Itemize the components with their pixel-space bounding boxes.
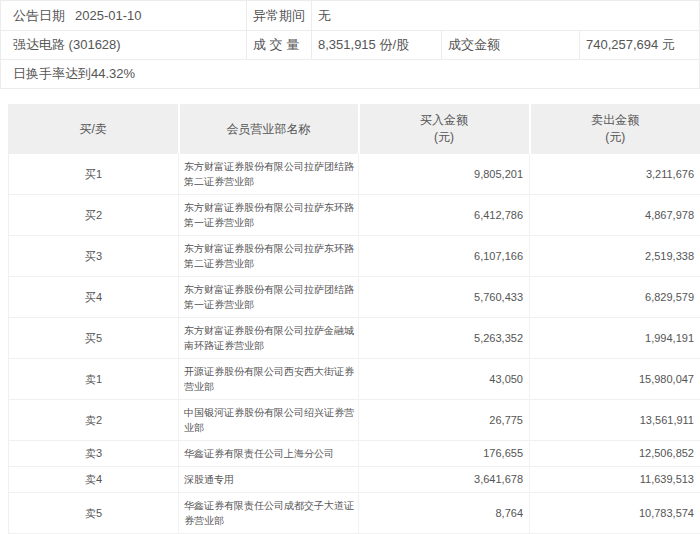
row-buy-amount: 26,775 [359,400,530,441]
col-header-sell-title: 卖出金额 [535,112,697,129]
info-row-turnover: 日换手率达到44.32% [1,59,699,88]
row-buy-amount: 3,641,678 [359,467,530,493]
row-side: 买5 [9,318,179,359]
amount-value: 740,257,694 元 [579,31,699,59]
row-buy-amount: 43,050 [359,359,530,400]
broker-trade-table: 买/卖 会员营业部名称 买入金额 (元) 卖出金额 (元) 买1 东方财富证券股… [8,104,700,534]
row-side: 卖4 [9,467,179,493]
col-header-sell: 卖出金额 (元) [530,105,700,154]
table-row: 卖4 深股通专用 3,641,678 11,639,513 [9,467,700,493]
row-side: 买1 [9,154,179,195]
table-row: 买2 东方财富证券股份有限公司拉萨东环路第一证券营业部 6,412,786 4,… [9,195,700,236]
table-row: 买4 东方财富证券股份有限公司拉萨团结路第一证券营业部 5,760,433 6,… [9,277,700,318]
info-row-volume: 强达电路 (301628) 成 交 量 8,351,915 份/股 成交金额 7… [1,30,699,59]
row-broker-name: 东方财富证券股份有限公司拉萨团结路第一证券营业部 [179,277,359,318]
row-broker-name: 东方财富证券股份有限公司拉萨东环路第二证券营业部 [179,236,359,277]
row-sell-amount: 13,561,911 [530,400,700,441]
row-sell-amount: 3,211,676 [530,154,700,195]
row-broker-name: 华鑫证券有限责任公司成都交子大道证券营业部 [179,493,359,534]
row-buy-amount: 176,655 [359,441,530,467]
volume-value: 8,351,915 份/股 [311,31,441,59]
row-side: 卖1 [9,359,179,400]
row-buy-amount: 6,107,166 [359,236,530,277]
row-sell-amount: 2,519,338 [530,236,700,277]
col-header-buy-title: 买入金额 [364,112,525,129]
row-side: 买4 [9,277,179,318]
table-row: 买5 东方财富证券股份有限公司拉萨金融城南环路证券营业部 5,263,352 1… [9,318,700,359]
table-row: 买1 东方财富证券股份有限公司拉萨团结路第二证券营业部 9,805,201 3,… [9,154,700,195]
row-buy-amount: 6,412,786 [359,195,530,236]
row-broker-name: 东方财富证券股份有限公司拉萨东环路第一证券营业部 [179,195,359,236]
row-sell-amount: 12,506,852 [530,441,700,467]
row-sell-amount: 1,994,191 [530,318,700,359]
table-header-row: 买/卖 会员营业部名称 买入金额 (元) 卖出金额 (元) [9,105,700,154]
row-sell-amount: 10,783,574 [530,493,700,534]
table-row: 买3 东方财富证券股份有限公司拉萨东环路第二证券营业部 6,107,166 2,… [9,236,700,277]
row-broker-name: 开源证券股份有限公司西安西大街证券营业部 [179,359,359,400]
volume-label: 成 交 量 [246,31,311,59]
row-broker-name: 华鑫证券有限责任公司上海分公司 [179,441,359,467]
abnormal-period-value: 无 [311,1,699,30]
table-row: 卖2 中国银河证券股份有限公司绍兴证券营业部 26,775 13,561,911 [9,400,700,441]
col-header-buy-unit: (元) [364,129,525,146]
row-side: 卖2 [9,400,179,441]
row-broker-name: 深股通专用 [179,467,359,493]
col-header-name: 会员营业部名称 [179,105,359,154]
info-row-announce: 公告日期 2025-01-10 异常期间 无 [1,1,699,30]
row-buy-amount: 5,760,433 [359,277,530,318]
row-buy-amount: 8,764 [359,493,530,534]
row-broker-name: 中国银河证券股份有限公司绍兴证券营业部 [179,400,359,441]
row-side: 买3 [9,236,179,277]
abnormal-period-label: 异常期间 [246,1,311,30]
stock-info-panel: 公告日期 2025-01-10 异常期间 无 强达电路 (301628) 成 交… [0,0,700,89]
table-row: 卖5 华鑫证券有限责任公司成都交子大道证券营业部 8,764 10,783,57… [9,493,700,534]
row-sell-amount: 4,867,978 [530,195,700,236]
row-sell-amount: 11,639,513 [530,467,700,493]
row-broker-name: 东方财富证券股份有限公司拉萨团结路第二证券营业部 [179,154,359,195]
row-buy-amount: 5,263,352 [359,318,530,359]
table-row: 卖1 开源证券股份有限公司西安西大街证券营业部 43,050 15,980,04… [9,359,700,400]
row-side: 买2 [9,195,179,236]
row-side: 卖5 [9,493,179,534]
table-row: 卖3 华鑫证券有限责任公司上海分公司 176,655 12,506,852 [9,441,700,467]
col-header-side: 买/卖 [9,105,179,154]
announce-date-value: 2025-01-10 [69,1,246,30]
stock-title: 强达电路 (301628) [1,31,246,59]
row-sell-amount: 6,829,579 [530,277,700,318]
row-side: 卖3 [9,441,179,467]
row-sell-amount: 15,980,047 [530,359,700,400]
col-header-sell-unit: (元) [535,129,697,146]
turnover-note: 日换手率达到44.32% [1,60,699,88]
amount-label: 成交金额 [441,31,579,59]
col-header-buy: 买入金额 (元) [359,105,530,154]
announce-date-label: 公告日期 [1,1,69,30]
row-buy-amount: 9,805,201 [359,154,530,195]
row-broker-name: 东方财富证券股份有限公司拉萨金融城南环路证券营业部 [179,318,359,359]
